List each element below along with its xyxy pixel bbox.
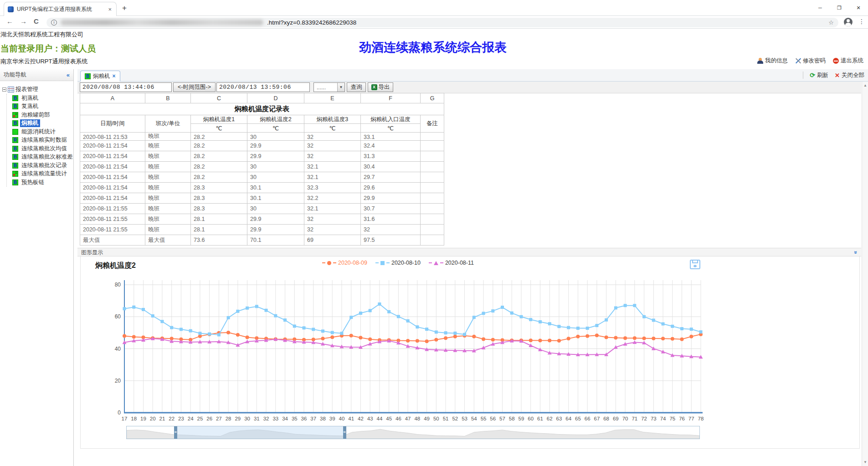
sidebar-item-连续蒸粮实时数据[interactable]: R连续蒸粮实时数据 <box>8 136 73 145</box>
collapse-chevron-icon[interactable]: » <box>852 251 860 254</box>
sidebar: 功能导航 « 报表管理 B初蒸机B复蒸机泡粮罐前部B焖粮机能源消耗统计R连续蒸粮… <box>0 69 74 466</box>
svg-text:28: 28 <box>226 416 231 421</box>
sidebar-item-连续蒸粮批次记录[interactable]: B连续蒸粮批次记录 <box>8 161 73 170</box>
query-button[interactable]: 查询 <box>347 82 366 92</box>
sidebar-item-复蒸机[interactable]: B复蒸机 <box>8 102 73 111</box>
window-maximize-button[interactable]: ❐ <box>830 0 849 15</box>
svg-text:76: 76 <box>679 416 685 421</box>
start-time-input[interactable]: 2020/08/08 13:44:06 <box>80 82 172 92</box>
address-bar[interactable]: i .html?xyz=0.8339242686229038 ☆ <box>46 18 838 27</box>
table-row[interactable]: 2020-08-11 21:54晚班28.330.132.329.6 <box>80 183 444 193</box>
report-icon: B <box>12 120 18 126</box>
export-button[interactable]: X 导出 <box>368 82 393 92</box>
scroll-down-icon[interactable]: ▼ <box>862 460 868 464</box>
sidebar-item-泡粮罐前部[interactable]: 泡粮罐前部 <box>8 111 73 119</box>
table-row[interactable]: 2020-08-11 21:55晚班28.129.93231.6 <box>80 214 444 225</box>
svg-text:78: 78 <box>698 416 704 421</box>
line-chart[interactable]: 0204060801718192021222324252627282930313… <box>92 269 857 427</box>
datazoom-slider[interactable]: = = <box>126 426 700 439</box>
browser-tab[interactable]: URPT免编程工业通用报表系统 × <box>4 2 117 16</box>
browser-toolbar: ← → C i .html?xyz=0.8339242686229038 ☆ ⋮ <box>0 16 868 29</box>
svg-text:45: 45 <box>386 416 392 421</box>
back-icon[interactable]: ← <box>6 17 13 25</box>
svg-text:66: 66 <box>585 416 591 421</box>
close-all-icon: ✕ <box>835 72 840 79</box>
logout-link[interactable]: 退出系统 <box>833 57 863 65</box>
svg-text:56: 56 <box>490 416 496 421</box>
tab-menliangji[interactable]: B 焖粮机 × <box>80 71 120 82</box>
sidebar-item-label: 预热板链 <box>20 179 46 186</box>
sidebar-item-label: 连续蒸粮批次均值 <box>20 145 68 153</box>
svg-text:44: 44 <box>377 416 383 421</box>
datazoom-left-handle[interactable]: = <box>174 426 177 439</box>
svg-text:24: 24 <box>188 416 194 421</box>
table-row[interactable]: 2020-08-11 21:54晚班28.229.93232.4 <box>80 141 444 151</box>
svg-text:17: 17 <box>122 416 128 421</box>
sidebar-collapse-icon[interactable]: « <box>67 69 70 81</box>
svg-text:21: 21 <box>159 416 165 421</box>
svg-text:32: 32 <box>263 416 269 421</box>
window-close-button[interactable]: ✕ <box>849 0 868 15</box>
table-row[interactable]: 2020-08-11 21:53晚班28.2303233.1 <box>80 133 444 141</box>
table-row[interactable]: 2020-08-11 21:55晚班28.129.93232 <box>80 225 444 235</box>
table-row[interactable]: 最大值最大值73.670.16997.5 <box>80 235 444 246</box>
new-tab-button[interactable]: + <box>122 4 127 13</box>
forward-icon[interactable]: → <box>20 17 27 25</box>
current-user-label: 当前登录用户：测试人员 <box>0 43 96 55</box>
my-info-link[interactable]: 我的信息 <box>757 57 788 65</box>
tree-root-report-management[interactable]: 报表管理 <box>2 85 73 94</box>
nav-tree: 报表管理 B初蒸机B复蒸机泡粮罐前部B焖粮机能源消耗统计R连续蒸粮实时数据B连续… <box>0 81 73 187</box>
legend-item-2020-08-10[interactable]: 2020-08-10 <box>375 260 421 266</box>
profile-avatar[interactable] <box>844 18 853 26</box>
sidebar-item-能源消耗统计[interactable]: 能源消耗统计 <box>8 128 73 136</box>
tab-close-icon[interactable]: × <box>107 6 113 13</box>
svg-text:0: 0 <box>118 410 121 416</box>
sidebar-item-焖粮机[interactable]: B焖粮机 <box>8 119 73 128</box>
reload-icon[interactable]: C <box>34 17 39 25</box>
legend-item-2020-08-11[interactable]: 2020-08-11 <box>429 260 474 266</box>
svg-text:36: 36 <box>301 416 307 421</box>
end-time-input[interactable]: 2020/08/13 13:59:06 <box>216 82 310 92</box>
close-all-button[interactable]: ✕ 关闭全部 <box>835 72 864 79</box>
browser-menu-icon[interactable]: ⋮ <box>858 18 865 25</box>
sidebar-item-连续蒸粮流量统计[interactable]: 连续蒸粮流量统计 <box>8 170 73 179</box>
window-minimize-button[interactable]: ─ <box>811 0 830 15</box>
table-row[interactable]: 2020-08-11 21:54晚班28.23032.129.7 <box>80 172 444 183</box>
svg-text:70: 70 <box>622 416 628 421</box>
refresh-button[interactable]: ⟳ 刷新 <box>810 72 828 79</box>
sidebar-item-预热板链[interactable]: B预热板链 <box>8 178 73 187</box>
sidebar-item-连续蒸粮批次标准差[interactable]: B连续蒸粮批次标准差 <box>8 153 73 162</box>
legend-label: 2020-08-11 <box>445 260 474 266</box>
svg-text:51: 51 <box>443 416 449 421</box>
sidebar-item-连续蒸粮批次均值[interactable]: B连续蒸粮批次均值 <box>8 144 73 153</box>
tab-close-x-icon[interactable]: × <box>113 73 116 79</box>
filter-dropdown[interactable]: ...... ▼ <box>313 82 345 92</box>
datazoom-selected-range[interactable] <box>175 426 344 439</box>
sidebar-item-初蒸机[interactable]: B初蒸机 <box>8 94 73 102</box>
svg-text:41: 41 <box>348 416 354 421</box>
table-row[interactable]: 2020-08-11 21:54晚班28.330.132.229.9 <box>80 193 444 204</box>
report-icon: B <box>12 163 18 169</box>
table-row[interactable]: 2020-08-11 21:55晚班28.33032.130.7 <box>80 204 444 214</box>
content-scrollbar[interactable]: ▲ ▼ <box>862 82 868 466</box>
table-row[interactable]: 2020-08-11 21:54晚班28.229.93231.3 <box>80 151 444 162</box>
page-info-icon[interactable]: i <box>51 20 57 26</box>
time-range-button[interactable]: <-时间范围-> <box>173 82 216 92</box>
legend-item-2020-08-09[interactable]: 2020-08-09 <box>322 260 367 266</box>
bookmark-star-icon[interactable]: ☆ <box>828 19 834 26</box>
tools-icon <box>795 58 801 64</box>
svg-text:25: 25 <box>197 416 203 421</box>
change-password-link[interactable]: 修改密码 <box>795 57 826 65</box>
svg-text:23: 23 <box>178 416 184 421</box>
graph-section-bar[interactable]: 图形显示 » <box>77 248 861 256</box>
svg-text:33: 33 <box>272 416 278 421</box>
tree-expander-icon[interactable] <box>2 87 6 92</box>
content-tabbar: B 焖粮机 × ⟳ 刷新 ✕ 关闭全部 <box>77 69 868 82</box>
datazoom-right-handle[interactable]: = <box>343 426 346 439</box>
chart-panel: 焖粮机温度2 2020-08-092020-08-102020-08-11 02… <box>80 256 860 449</box>
table-row[interactable]: 2020-08-11 21:54晚班28.23032.130.4 <box>80 162 444 172</box>
scroll-up-icon[interactable]: ▲ <box>862 83 868 87</box>
sidebar-item-label: 连续蒸粮批次标准差 <box>20 153 74 161</box>
circle-marker-icon <box>327 261 331 265</box>
svg-text:27: 27 <box>216 416 222 421</box>
